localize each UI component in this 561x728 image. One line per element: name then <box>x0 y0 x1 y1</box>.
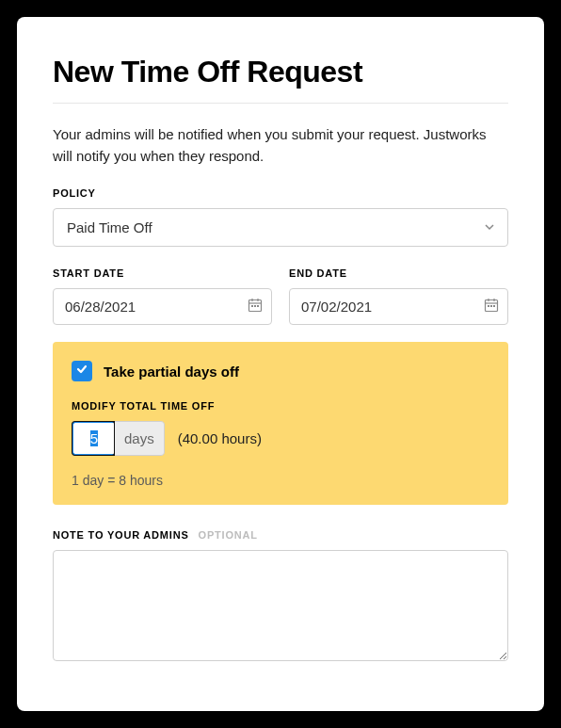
date-row: START DATE END DATE <box>53 267 508 325</box>
note-label-row: NOTE TO YOUR ADMINS OPTIONAL <box>53 529 508 541</box>
days-input-group: days <box>72 421 165 456</box>
check-icon <box>75 363 88 380</box>
start-date-col: START DATE <box>53 267 272 325</box>
start-date-input[interactable] <box>53 288 272 325</box>
end-date-input[interactable] <box>289 288 508 325</box>
hours-hint: 1 day = 8 hours <box>72 473 489 488</box>
policy-select-wrapper: Paid Time Off <box>53 208 508 247</box>
partial-checkbox-label: Take partial days off <box>104 364 239 380</box>
page-title: New Time Off Request <box>53 55 508 89</box>
days-suffix: days <box>115 421 165 456</box>
partial-checkbox-row: Take partial days off <box>72 361 489 381</box>
optional-label: OPTIONAL <box>199 529 258 541</box>
hours-text: (40.00 hours) <box>178 430 262 446</box>
partial-days-panel: Take partial days off MODIFY TOTAL TIME … <box>53 342 508 505</box>
intro-text: Your admins will be notified when you su… <box>53 124 508 167</box>
partial-checkbox[interactable] <box>72 361 92 381</box>
start-date-label: START DATE <box>53 267 272 279</box>
policy-select[interactable]: Paid Time Off <box>53 208 508 247</box>
end-date-wrapper <box>289 288 508 325</box>
end-date-col: END DATE <box>289 267 508 325</box>
policy-label: POLICY <box>53 187 508 199</box>
title-divider <box>53 103 508 104</box>
modify-total-label: MODIFY TOTAL TIME OFF <box>72 400 489 412</box>
days-input-row: days (40.00 hours) <box>72 421 489 456</box>
end-date-label: END DATE <box>289 267 508 279</box>
start-date-wrapper <box>53 288 272 325</box>
note-textarea[interactable] <box>53 550 508 661</box>
days-input[interactable] <box>72 421 115 456</box>
note-label: NOTE TO YOUR ADMINS <box>53 529 189 541</box>
time-off-request-card: New Time Off Request Your admins will be… <box>17 17 544 711</box>
